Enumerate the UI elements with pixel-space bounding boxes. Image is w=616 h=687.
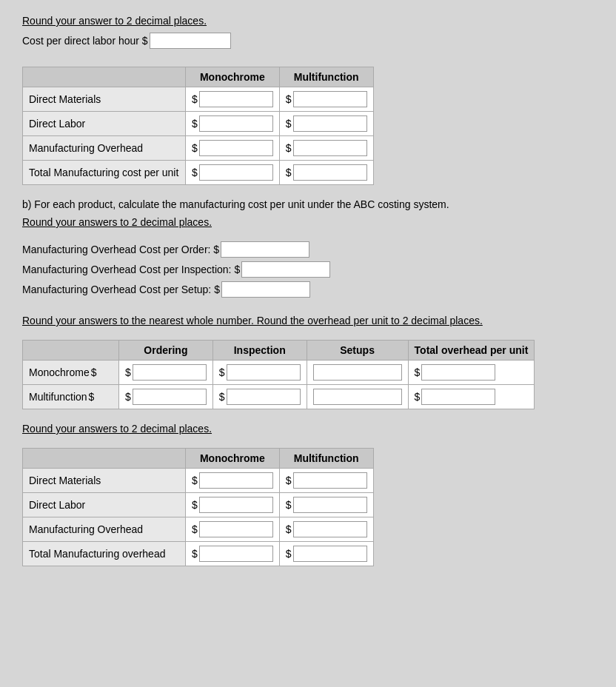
section-b-label: b) For each product, calculate the manuf… bbox=[22, 198, 594, 210]
table1-row4-label: Total Manufacturing cost per unit bbox=[23, 161, 186, 185]
overhead-r2-ordering-input[interactable] bbox=[133, 389, 207, 405]
dollar-sign: $ bbox=[286, 142, 292, 154]
overhead-setup-label: Manufacturing Overhead Cost per Setup: $ bbox=[22, 284, 220, 295]
table2-row3-label: Manufacturing Overhead bbox=[23, 517, 186, 542]
overhead-r1-inspection-input[interactable] bbox=[227, 364, 301, 381]
dollar-sign: $ bbox=[286, 523, 292, 535]
table-row: Total Manufacturing overhead $ $ bbox=[23, 542, 374, 566]
table1-r4-multi-input[interactable] bbox=[293, 164, 367, 181]
overhead-r1-setups-input[interactable] bbox=[313, 364, 402, 381]
dollar-sign: $ bbox=[89, 391, 95, 403]
table1-row3-mono: $ bbox=[186, 136, 280, 161]
table1-row4-mono: $ bbox=[186, 161, 280, 185]
overhead-row2-total: $ bbox=[408, 385, 535, 409]
table1-row3-label: Manufacturing Overhead bbox=[23, 136, 186, 161]
dollar-sign: $ bbox=[219, 366, 225, 378]
table2-header-monochrome: Monochrome bbox=[186, 449, 280, 469]
dollar-sign: $ bbox=[192, 93, 198, 105]
overhead-r2-inspection-input[interactable] bbox=[227, 389, 301, 405]
table2-r2-multi-input[interactable] bbox=[293, 497, 367, 513]
overhead-setup-input[interactable] bbox=[221, 281, 310, 298]
table1-r4-mono-input[interactable] bbox=[199, 164, 273, 181]
table2-r4-mono-input[interactable] bbox=[199, 546, 273, 562]
round-instruction-3: Round your answers to the nearest whole … bbox=[22, 315, 483, 326]
overhead-row1-label: Monochrome $ bbox=[23, 361, 119, 385]
table2-row3-mono: $ bbox=[186, 517, 280, 542]
table1-row1-label: Direct Materials bbox=[23, 87, 186, 112]
overhead-table-header-inspection: Inspection bbox=[212, 341, 307, 361]
table1-row1-mono: $ bbox=[186, 87, 280, 112]
round-instruction-1: Round your answer to 2 decimal places. bbox=[22, 15, 207, 27]
overhead-table-header-ordering: Ordering bbox=[119, 341, 213, 361]
table2-r3-mono-input[interactable] bbox=[199, 521, 273, 537]
dollar-sign: $ bbox=[125, 391, 131, 403]
dollar-sign: $ bbox=[192, 523, 198, 535]
dollar-sign: $ bbox=[286, 475, 292, 486]
overhead-r2-total-input[interactable] bbox=[421, 389, 495, 405]
table-row: Monochrome $ $ $ bbox=[23, 361, 535, 385]
table1-row3-multi: $ bbox=[279, 136, 373, 161]
table1-r3-mono-input[interactable] bbox=[199, 140, 273, 156]
table-row: Direct Materials $ $ bbox=[23, 87, 374, 112]
dollar-sign: $ bbox=[286, 118, 292, 130]
dollar-sign: $ bbox=[415, 391, 421, 403]
dollar-sign: $ bbox=[125, 366, 131, 378]
cost-per-dlh-label: Cost per direct labor hour $ bbox=[22, 35, 148, 47]
dollar-sign: $ bbox=[286, 499, 292, 511]
table-row: Manufacturing Overhead $ $ bbox=[23, 136, 374, 161]
table2-row1-label: Direct Materials bbox=[23, 469, 186, 493]
table2-row4-mono: $ bbox=[186, 542, 280, 566]
overhead-order-input[interactable] bbox=[221, 241, 309, 258]
table2-row1-multi: $ bbox=[279, 469, 373, 493]
dollar-sign: $ bbox=[192, 118, 198, 130]
dollar-sign: $ bbox=[192, 475, 198, 486]
dollar-sign: $ bbox=[219, 391, 225, 403]
table1-header-empty bbox=[23, 67, 186, 87]
dollar-sign: $ bbox=[286, 93, 292, 105]
table2-row2-multi: $ bbox=[279, 493, 373, 517]
round-instruction-4: Round your answers to 2 decimal places. bbox=[22, 423, 212, 435]
round-instruction-2: Round your answers to 2 decimal places. bbox=[22, 216, 212, 228]
overhead-r1-ordering-input[interactable] bbox=[133, 364, 207, 381]
overhead-row1-ordering: $ bbox=[119, 361, 213, 385]
overhead-row1-total: $ bbox=[408, 361, 535, 385]
table2-r4-multi-input[interactable] bbox=[293, 546, 367, 562]
table1-r2-multi-input[interactable] bbox=[293, 115, 367, 132]
table2-r1-mono-input[interactable] bbox=[199, 472, 273, 489]
table2-r1-multi-input[interactable] bbox=[293, 472, 367, 489]
overhead-row1-name: Monochrome bbox=[29, 366, 90, 378]
dollar-sign: $ bbox=[192, 142, 198, 154]
table1-r1-multi-input[interactable] bbox=[293, 91, 367, 107]
dollar-sign: $ bbox=[415, 366, 421, 378]
table-row: Total Manufacturing cost per unit $ $ bbox=[23, 161, 374, 185]
dollar-sign: $ bbox=[192, 548, 198, 560]
overhead-r1-total-input[interactable] bbox=[421, 364, 495, 381]
table-row: Manufacturing Overhead $ $ bbox=[23, 517, 374, 542]
overhead-table-header-setups: Setups bbox=[307, 341, 408, 361]
table1-row4-multi: $ bbox=[279, 161, 373, 185]
overhead-inspection-label: Manufacturing Overhead Cost per Inspecti… bbox=[22, 264, 240, 275]
table2-header-empty bbox=[23, 449, 186, 469]
table2-r3-multi-input[interactable] bbox=[293, 521, 367, 537]
overhead-row1-inspection: $ bbox=[212, 361, 307, 385]
overhead-row2-ordering: $ bbox=[119, 385, 213, 409]
overhead-order-label: Manufacturing Overhead Cost per Order: $ bbox=[22, 244, 219, 255]
table1-r1-mono-input[interactable] bbox=[199, 91, 273, 107]
table-row: Multifunction $ $ $ bbox=[23, 385, 535, 409]
table2-row4-multi: $ bbox=[279, 542, 373, 566]
table2-r2-mono-input[interactable] bbox=[199, 497, 273, 513]
table-row: Direct Labor $ $ bbox=[23, 493, 374, 517]
overhead-inspection-input[interactable] bbox=[241, 261, 330, 278]
dollar-sign: $ bbox=[286, 167, 292, 178]
table2-row4-label: Total Manufacturing overhead bbox=[23, 542, 186, 566]
cost-per-dlh-input[interactable] bbox=[150, 33, 231, 49]
overhead-row2-label: Multifunction $ bbox=[23, 385, 119, 409]
overhead-r2-setups-input[interactable] bbox=[313, 389, 402, 405]
dollar-sign: $ bbox=[192, 499, 198, 511]
overhead-row2-name: Multifunction bbox=[29, 391, 87, 403]
table1-r2-mono-input[interactable] bbox=[199, 115, 273, 132]
table1-row2-label: Direct Labor bbox=[23, 112, 186, 136]
dollar-sign: $ bbox=[286, 548, 292, 560]
table2-row2-mono: $ bbox=[186, 493, 280, 517]
table1-r3-multi-input[interactable] bbox=[293, 140, 367, 156]
